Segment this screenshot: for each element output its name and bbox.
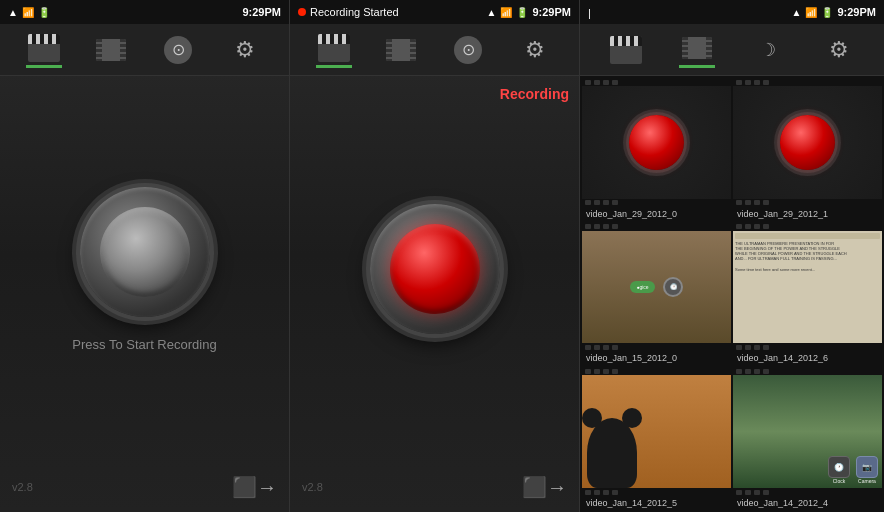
middle-time: 9:29PM <box>532 6 571 18</box>
speedometer-icon: ⊙ <box>164 36 192 64</box>
left-panel: ▲ 📶 🔋 9:29PM ⊙ ⚙ <box>0 0 290 512</box>
clock-widget: 🕐 <box>663 277 683 297</box>
video-label-0: video_Jan_29_2012_0 <box>582 207 731 221</box>
left-record-button[interactable] <box>80 187 210 317</box>
video-label-4: video_Jan_14_2012_5 <box>582 496 731 510</box>
moon-icon: ☽ <box>760 39 776 61</box>
right-clapper-bottom <box>610 46 642 64</box>
left-main-content: Press To Start Recording <box>0 76 289 462</box>
filmstrip-bottom-4 <box>582 488 731 496</box>
middle-btn-outer <box>370 204 500 334</box>
clock-app-icon: 🕐 <box>828 456 850 478</box>
video-item-1[interactable]: video_Jan_29_2012_1 <box>733 78 882 221</box>
video-thumb-2: ●gice 🕐 <box>582 231 731 344</box>
left-footer: v2.8 ⬛→ <box>0 462 289 512</box>
middle-filmstrip-icon <box>386 39 416 61</box>
filmstrip-icon <box>96 39 126 61</box>
camera-app-label: Camera <box>858 478 876 484</box>
middle-clapper-bottom <box>318 44 350 62</box>
camera-app-icon: 📷 <box>856 456 878 478</box>
clock-app-label: Clock <box>833 478 846 484</box>
video-thumb-5: 🕐 Clock 📷 Camera <box>733 375 882 488</box>
middle-status-left: Recording Started <box>298 6 399 18</box>
filmstrip-bottom-1 <box>733 199 882 207</box>
middle-record-container <box>370 204 500 334</box>
left-toolbar: ⊙ ⚙ <box>0 24 289 76</box>
middle-main-content: Recording <box>290 76 579 462</box>
middle-battery-icon: 🔋 <box>516 7 528 18</box>
left-toolbar-speedometer[interactable]: ⊙ <box>160 32 196 68</box>
middle-clapper-top <box>318 34 350 44</box>
cartoon-char <box>587 418 637 488</box>
signal-icon: 📶 <box>22 7 34 18</box>
right-toolbar-gear[interactable]: ⚙ <box>821 32 857 68</box>
filmstrip-bottom-3 <box>733 343 882 351</box>
middle-clapperboard-icon <box>318 34 350 62</box>
middle-toolbar-speedometer[interactable]: ⊙ <box>450 32 486 68</box>
right-time: 9:29PM <box>837 6 876 18</box>
video-label-1: video_Jan_29_2012_1 <box>733 207 882 221</box>
right-toolbar-moon[interactable]: ☽ <box>750 32 786 68</box>
video-item-2[interactable]: ●gice 🕐 video_Jan_15_2012_0 <box>582 223 731 366</box>
browser-bar <box>735 233 880 239</box>
middle-exit-icon[interactable]: ⬛→ <box>522 475 567 499</box>
clapperboard-icon <box>28 34 60 62</box>
middle-version: v2.8 <box>302 481 323 493</box>
gear-icon: ⚙ <box>235 37 255 63</box>
video-label-3: video_Jan_14_2012_6 <box>733 351 882 365</box>
left-status-icons: ▲ 📶 🔋 <box>8 7 50 18</box>
thumb-red-circle-0 <box>629 115 684 170</box>
middle-status-right: ▲ 📶 🔋 9:29PM <box>487 6 571 18</box>
video-item-0[interactable]: video_Jan_29_2012_0 <box>582 78 731 221</box>
middle-toolbar-clapperboard[interactable] <box>316 32 352 68</box>
left-time: 9:29PM <box>242 6 281 18</box>
right-filmstrip-icon <box>682 37 712 59</box>
left-status-bar: ▲ 📶 🔋 9:29PM <box>0 0 289 24</box>
left-toolbar-filmstrip[interactable] <box>93 32 129 68</box>
filmstrip-top-3 <box>733 223 882 231</box>
rec-dot <box>298 8 306 16</box>
middle-toolbar: ⊙ ⚙ <box>290 24 579 76</box>
left-btn-outer <box>80 187 210 317</box>
recording-status-label: Recording <box>500 86 569 102</box>
browser-text: THE ULTRAMAN PREMIERE PRESENTATION IN FO… <box>735 241 880 272</box>
left-toolbar-gear[interactable]: ⚙ <box>227 32 263 68</box>
right-notification-icon: | <box>588 7 591 19</box>
thumb-icons-row: 🕐 Clock 📷 Camera <box>824 452 882 488</box>
right-clapperboard-icon <box>610 36 642 64</box>
left-press-label: Press To Start Recording <box>72 337 216 352</box>
left-exit-icon[interactable]: ⬛→ <box>232 475 277 499</box>
right-toolbar-filmstrip[interactable] <box>679 32 715 68</box>
middle-toolbar-gear[interactable]: ⚙ <box>517 32 553 68</box>
middle-footer: v2.8 ⬛→ <box>290 462 579 512</box>
right-panel: | ▲ 📶 🔋 9:29PM ☽ ⚙ <box>580 0 884 512</box>
wifi-icon: ▲ <box>8 7 18 18</box>
video-thumb-3: THE ULTRAMAN PREMIERE PRESENTATION IN FO… <box>733 231 882 344</box>
thumb-red-btn-1 <box>733 86 882 199</box>
right-clapper-top <box>610 36 642 46</box>
video-grid: video_Jan_29_2012_0 video_Jan_29_20 <box>580 76 884 512</box>
video-item-5[interactable]: 🕐 Clock 📷 Camera video_Jan_14_2012 <box>733 367 882 510</box>
right-toolbar-clapperboard[interactable] <box>608 32 644 68</box>
video-thumb-4 <box>582 375 731 488</box>
middle-toolbar-filmstrip[interactable] <box>383 32 419 68</box>
right-toolbar: ☽ ⚙ <box>580 24 884 76</box>
video-label-5: video_Jan_14_2012_4 <box>733 496 882 510</box>
middle-signal-icon: 📶 <box>500 7 512 18</box>
filmstrip-top-5 <box>733 367 882 375</box>
right-wifi-icon: ▲ <box>792 7 802 18</box>
filmstrip-top-1 <box>733 78 882 86</box>
clapper-top <box>28 34 60 44</box>
thumb-nature: 🕐 Clock 📷 Camera <box>733 375 882 488</box>
video-item-3[interactable]: THE ULTRAMAN PREMIERE PRESENTATION IN FO… <box>733 223 882 366</box>
right-status-left: | <box>588 3 591 21</box>
left-toolbar-clapperboard[interactable] <box>26 32 62 68</box>
right-signal-icon: 📶 <box>805 7 817 18</box>
thumb-app1: ●gice 🕐 <box>582 231 731 344</box>
video-item-4[interactable]: video_Jan_14_2012_5 <box>582 367 731 510</box>
thumb-browser: THE ULTRAMAN PREMIERE PRESENTATION IN FO… <box>733 231 882 344</box>
middle-status-bar: Recording Started ▲ 📶 🔋 9:29PM <box>290 0 579 24</box>
middle-record-button[interactable] <box>370 204 500 334</box>
middle-speedometer-icon: ⊙ <box>454 36 482 64</box>
right-gear-icon: ⚙ <box>829 37 849 63</box>
